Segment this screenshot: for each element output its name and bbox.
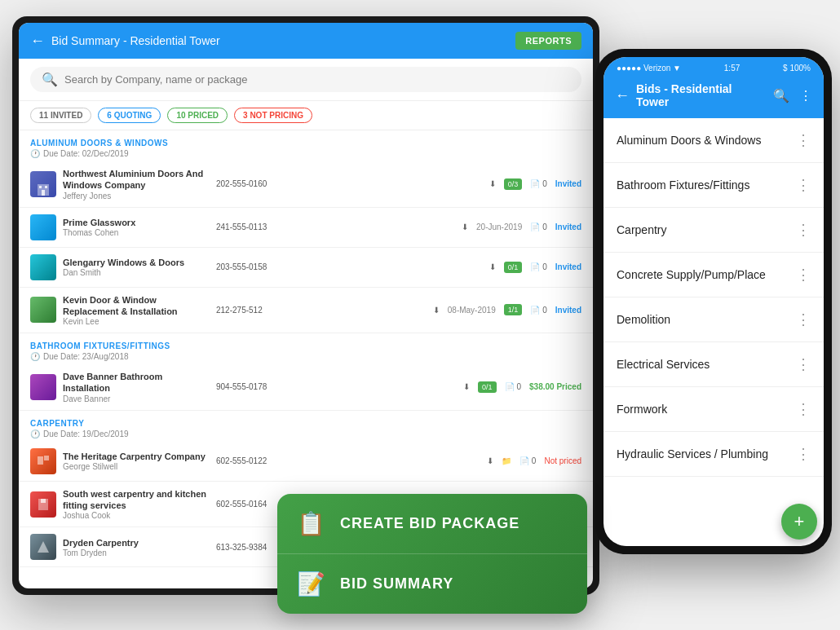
section-aluminum-due: 🕐 Due Date: 02/Dec/2019 xyxy=(30,149,581,158)
company-icon xyxy=(30,214,56,240)
clock-icon: 🕐 xyxy=(30,352,40,361)
filter-badges: 11 INVITED 6 QUOTING 10 PRICED 3 NOT PRI… xyxy=(19,101,593,130)
list-item[interactable]: Aluminum Doors & Windows ⋮ xyxy=(603,118,824,163)
bid-actions: ⬇ 20-Jun-2019 📄 0 Invited xyxy=(292,222,581,231)
tablet-topbar: ← Bid Summary - Residential Tower REPORT… xyxy=(19,23,593,59)
bid-actions: ⬇ 0/1 📄 0 $38.00 Priced xyxy=(292,381,581,393)
phone-back-icon[interactable]: ← xyxy=(615,87,630,104)
download-icon: ⬇ xyxy=(489,179,496,188)
list-item[interactable]: Concrete Supply/Pump/Place ⋮ xyxy=(603,253,824,297)
search-icon: 🔍 xyxy=(42,72,58,87)
fab-icon: + xyxy=(794,511,805,532)
company-icon xyxy=(30,374,56,400)
search-inner[interactable]: 🔍 xyxy=(30,67,581,92)
doc-icon: 📄 0 xyxy=(519,456,537,465)
company-icon xyxy=(30,297,56,323)
bid-company-info: Kevin Door & Window Replacement & Instal… xyxy=(63,294,210,327)
list-item[interactable]: Hydraulic Services / Plumbing ⋮ xyxy=(603,432,824,477)
table-row[interactable]: Dave Banner Bathroom Installation Dave B… xyxy=(19,364,593,411)
phone-header: ← Bids - Residential Tower 🔍 ⋮ xyxy=(603,76,824,118)
svg-rect-3 xyxy=(42,190,45,196)
table-row[interactable]: The Heritage Carpentry Company George St… xyxy=(19,442,593,482)
more-icon[interactable]: ⋮ xyxy=(796,445,811,463)
filter-not-pricing[interactable]: 3 NOT PRICING xyxy=(234,108,312,123)
create-bid-label: CREATE BID PACKAGE xyxy=(340,515,519,532)
section-carpentry-header: CARPENTRY 🕐 Due Date: 19/Dec/2019 xyxy=(19,411,593,442)
battery-label: $ 100% xyxy=(783,64,811,73)
search-input[interactable] xyxy=(64,73,570,86)
download-icon: ⬇ xyxy=(462,222,468,231)
more-icon[interactable]: ⋮ xyxy=(796,176,811,194)
tablet-title: Bid Summary - Residential Tower xyxy=(51,34,220,47)
doc-icon: 📄 0 xyxy=(530,222,547,231)
section-bathroom-due: 🕐 Due Date: 23/Aug/2018 xyxy=(30,352,581,361)
more-icon[interactable]: ⋮ xyxy=(796,266,811,284)
tablet-topbar-right: REPORTS xyxy=(515,32,581,50)
filter-quoting[interactable]: 6 QUOTING xyxy=(98,108,161,123)
bid-summary-button[interactable]: 📝 BID SUMMARY xyxy=(277,553,587,614)
search-bar: 🔍 xyxy=(19,59,593,101)
download-icon: ⬇ xyxy=(463,382,470,391)
green-popup: 📋 CREATE BID PACKAGE 📝 BID SUMMARY xyxy=(277,494,587,614)
svg-rect-7 xyxy=(41,499,46,503)
section-bathroom-title: BATHROOM FIXTURES/FITTINGS xyxy=(30,341,581,350)
create-bid-package-button[interactable]: 📋 CREATE BID PACKAGE xyxy=(277,494,587,553)
list-item[interactable]: Demolition ⋮ xyxy=(603,297,824,342)
company-icon xyxy=(30,171,56,197)
phone-screen: ●●●●● Verizon ▼ 1:57 $ 100% ← Bids - Res… xyxy=(603,57,824,546)
section-aluminum-title: ALUMINUM DOORS & WINDOWS xyxy=(30,139,581,148)
back-arrow-icon[interactable]: ← xyxy=(30,33,45,50)
bid-summary-icon: 📝 xyxy=(297,571,325,597)
search-icon[interactable]: 🔍 xyxy=(773,88,789,104)
bid-company-info: Glengarry Windows & Doors Dan Smith xyxy=(63,257,210,277)
bid-company-info: Northwest Aluminium Doors And Windows Co… xyxy=(63,168,210,200)
time-label: 1:57 xyxy=(724,64,740,73)
list-item[interactable]: Bathroom Fixtures/Fittings ⋮ xyxy=(603,163,824,208)
more-icon[interactable]: ⋮ xyxy=(796,355,811,373)
bid-summary-label: BID SUMMARY xyxy=(340,575,453,593)
company-icon xyxy=(30,534,56,560)
bid-company-info: Dryden Carpentry Tom Dryden xyxy=(63,537,210,557)
tablet-topbar-left: ← Bid Summary - Residential Tower xyxy=(30,33,220,50)
clock-icon: 🕐 xyxy=(30,149,40,158)
svg-rect-2 xyxy=(45,186,47,188)
phone: ●●●●● Verizon ▼ 1:57 $ 100% ← Bids - Res… xyxy=(595,49,832,554)
more-icon[interactable]: ⋮ xyxy=(796,311,811,328)
list-item[interactable]: Carpentry ⋮ xyxy=(603,208,824,253)
list-item[interactable]: Electrical Services ⋮ xyxy=(603,342,824,387)
doc-icon: 📄 0 xyxy=(530,179,547,188)
bid-company-info: The Heritage Carpentry Company George St… xyxy=(63,451,210,471)
more-icon[interactable]: ⋮ xyxy=(799,88,812,104)
svg-rect-1 xyxy=(39,186,42,188)
download-icon: ⬇ xyxy=(489,262,496,271)
download-icon: ⬇ xyxy=(487,456,493,465)
more-icon[interactable]: ⋮ xyxy=(796,221,811,239)
company-icon xyxy=(30,254,56,280)
clock-icon: 🕐 xyxy=(30,430,40,438)
section-aluminum-header: ALUMINUM DOORS & WINDOWS 🕐 Due Date: 02/… xyxy=(19,130,593,161)
list-item[interactable]: Formwork ⋮ xyxy=(603,387,824,432)
phone-header-title: Bids - Residential Tower xyxy=(636,82,767,108)
svg-rect-4 xyxy=(38,456,43,465)
more-icon[interactable]: ⋮ xyxy=(796,400,811,418)
folder-icon: 📁 xyxy=(502,456,511,465)
section-carpentry-title: CARPENTRY xyxy=(30,419,581,428)
table-row[interactable]: Kevin Door & Window Replacement & Instal… xyxy=(19,288,593,334)
filter-invited[interactable]: 11 INVITED xyxy=(30,108,91,123)
reports-button[interactable]: REPORTS xyxy=(515,32,581,50)
filter-priced[interactable]: 10 PRICED xyxy=(167,108,228,123)
fab-button[interactable]: + xyxy=(781,504,817,540)
bid-company-info: Prime Glassworx Thomas Cohen xyxy=(63,217,210,237)
create-bid-icon: 📋 xyxy=(297,510,325,537)
doc-icon: 📄 0 xyxy=(530,306,547,315)
doc-icon: 📄 0 xyxy=(505,382,522,391)
phone-bid-list: Aluminum Doors & Windows ⋮ Bathroom Fixt… xyxy=(603,118,824,546)
more-icon[interactable]: ⋮ xyxy=(796,131,811,149)
svg-marker-8 xyxy=(38,541,49,553)
carrier-label: ●●●●● Verizon ▼ xyxy=(617,64,681,73)
svg-rect-5 xyxy=(44,456,49,460)
table-row[interactable]: Northwest Aluminium Doors And Windows Co… xyxy=(19,161,593,208)
section-carpentry-due: 🕐 Due Date: 19/Dec/2019 xyxy=(30,430,581,438)
table-row[interactable]: Prime Glassworx Thomas Cohen 241-555-011… xyxy=(19,208,593,248)
table-row[interactable]: Glengarry Windows & Doors Dan Smith 203-… xyxy=(19,248,593,288)
